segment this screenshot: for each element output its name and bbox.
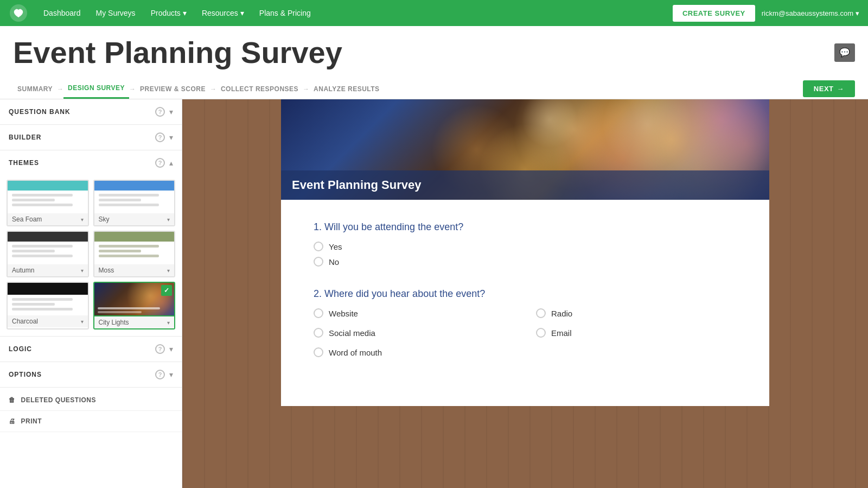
radio-website[interactable] (314, 308, 323, 318)
survey-title-bar: Event Planning Survey 💬 (13, 35, 855, 70)
create-survey-button[interactable]: CREATE SURVEY (673, 5, 755, 22)
chevron-down-icon: ▾ (81, 217, 84, 223)
radio-yes[interactable] (314, 242, 323, 251)
breadcrumb-summary[interactable]: SUMMARY (13, 80, 57, 98)
q2-option-website: Website (314, 308, 514, 318)
help-icon[interactable]: ? (155, 370, 165, 379)
arrow-icon: → (303, 85, 309, 93)
section-logic-header[interactable]: LOGIC ? ▾ (0, 337, 182, 362)
chevron-down-icon: ▾ (169, 370, 173, 379)
nav-resources[interactable]: Resources ▾ (195, 4, 251, 22)
section-themes-header[interactable]: THEMES ? ▴ (0, 150, 182, 175)
theme-moss-label: Moss (99, 267, 114, 274)
chevron-up-icon: ▴ (169, 159, 173, 167)
theme-city-lights-label: City Lights (99, 319, 129, 326)
theme-seafoam[interactable]: Sea Foam ▾ (7, 180, 89, 226)
help-icon[interactable]: ? (155, 107, 165, 117)
chevron-down-icon: ▾ (169, 107, 173, 116)
sidebar-bottom: 🗑 DELETED QUESTIONS 🖨 PRINT (0, 388, 182, 434)
survey-header-image: Event Planning Survey (281, 99, 769, 200)
section-question-bank: QUESTION BANK ? ▾ (0, 99, 182, 125)
page-title: Event Planning Survey (13, 35, 342, 70)
arrow-icon: → (210, 85, 216, 93)
section-logic: LOGIC ? ▾ (0, 337, 182, 362)
top-navigation: Dashboard My Surveys Products ▾ Resource… (0, 0, 868, 26)
section-themes: THEMES ? ▴ (0, 150, 182, 337)
question-2-text: 2. Where did you hear about the event? (314, 288, 737, 300)
q2-option-email: Email (536, 328, 737, 338)
themes-grid: Sea Foam ▾ Sky (0, 175, 182, 336)
chevron-down-icon: ▾ (167, 320, 170, 326)
section-options-header[interactable]: OPTIONS ? ▾ (0, 362, 182, 387)
sidebar: QUESTION BANK ? ▾ BUILDER ? ▾ THEMES (0, 99, 182, 488)
theme-autumn[interactable]: Autumn ▾ (7, 231, 89, 277)
q2-option-social-media: Social media (314, 328, 514, 338)
arrow-right-icon: → (837, 85, 845, 93)
chevron-down-icon: ▾ (856, 9, 859, 17)
nav-dashboard[interactable]: Dashboard (37, 4, 87, 22)
chevron-down-icon: ▾ (183, 9, 187, 17)
theme-moss[interactable]: Moss ▾ (93, 231, 176, 277)
survey-canvas: Event Planning Survey 1. Will you be att… (182, 99, 868, 488)
arrow-icon: → (57, 85, 63, 93)
nav-plans-pricing[interactable]: Plans & Pricing (253, 4, 317, 22)
next-button[interactable]: NEXT → (803, 80, 855, 97)
chevron-down-icon: ▾ (240, 9, 244, 17)
chevron-down-icon: ▾ (169, 133, 173, 142)
breadcrumb-nav: SUMMARY → DESIGN SURVEY → PREVIEW & SCOR… (13, 79, 384, 99)
question-1-block: 1. Will you be attending the event? Yes … (314, 221, 737, 267)
survey-preview: Event Planning Survey 1. Will you be att… (281, 99, 769, 406)
survey-body: 1. Will you be attending the event? Yes … (281, 200, 769, 406)
theme-autumn-label: Autumn (12, 267, 34, 274)
chevron-down-icon: ▾ (167, 217, 170, 223)
theme-sky-label: Sky (99, 216, 110, 223)
section-question-bank-header[interactable]: QUESTION BANK ? ▾ (0, 99, 182, 124)
q2-options-grid: Website Radio Social media Email (314, 308, 737, 363)
print-icon: 🖨 (9, 417, 16, 425)
section-builder-header[interactable]: BUILDER ? ▾ (0, 125, 182, 150)
radio-radio[interactable] (536, 308, 546, 318)
chevron-down-icon: ▾ (81, 319, 84, 325)
nav-links: Dashboard My Surveys Products ▾ Resource… (37, 4, 673, 22)
selected-check-icon: ✓ (161, 285, 172, 296)
help-icon[interactable]: ? (155, 344, 165, 354)
theme-city-lights[interactable]: ✓ City Lights ▾ (93, 282, 176, 329)
breadcrumb-preview-score[interactable]: PREVIEW & SCORE (136, 80, 210, 98)
help-icon[interactable]: ? (155, 158, 165, 168)
main-layout: QUESTION BANK ? ▾ BUILDER ? ▾ THEMES (0, 99, 868, 488)
q1-option-yes: Yes (314, 242, 737, 251)
comment-icon: 💬 (839, 47, 850, 58)
print-button[interactable]: 🖨 PRINT (0, 411, 182, 432)
user-account[interactable]: rickm@sabaeussystems.com ▾ (762, 9, 859, 17)
radio-email[interactable] (536, 328, 546, 338)
q2-option-radio: Radio (536, 308, 737, 318)
nav-right: CREATE SURVEY rickm@sabaeussystems.com ▾ (673, 5, 859, 22)
chevron-down-icon: ▾ (167, 268, 170, 274)
page-header: Event Planning Survey 💬 SUMMARY → DESIGN… (0, 26, 868, 99)
question-1-text: 1. Will you be attending the event? (314, 221, 737, 233)
question-2-block: 2. Where did you hear about the event? W… (314, 288, 737, 363)
radio-social-media[interactable] (314, 328, 323, 338)
radio-word-of-mouth[interactable] (314, 347, 323, 357)
theme-seafoam-label: Sea Foam (12, 216, 42, 223)
theme-charcoal-label: Charcoal (12, 318, 38, 325)
theme-charcoal[interactable]: Charcoal ▾ (7, 282, 89, 329)
help-icon[interactable]: ? (155, 132, 165, 142)
section-builder: BUILDER ? ▾ (0, 125, 182, 150)
q2-option-word-of-mouth: Word of mouth (314, 347, 514, 357)
q1-option-no: No (314, 257, 737, 267)
comment-button[interactable]: 💬 (834, 43, 855, 62)
logo[interactable] (9, 3, 28, 23)
survey-preview-title: Event Planning Survey (281, 170, 769, 200)
theme-sky[interactable]: Sky ▾ (93, 180, 176, 226)
breadcrumb-analyze-results[interactable]: ANALYZE RESULTS (309, 80, 384, 98)
nav-products[interactable]: Products ▾ (144, 4, 193, 22)
deleted-questions-button[interactable]: 🗑 DELETED QUESTIONS (0, 390, 182, 411)
radio-no[interactable] (314, 257, 323, 267)
chevron-down-icon: ▾ (81, 268, 84, 274)
nav-my-surveys[interactable]: My Surveys (90, 4, 142, 22)
arrow-icon: → (129, 85, 136, 93)
trash-icon: 🗑 (9, 396, 16, 404)
breadcrumb-collect-responses[interactable]: COLLECT RESPONSES (216, 80, 303, 98)
breadcrumb-design-survey[interactable]: DESIGN SURVEY (63, 79, 129, 99)
